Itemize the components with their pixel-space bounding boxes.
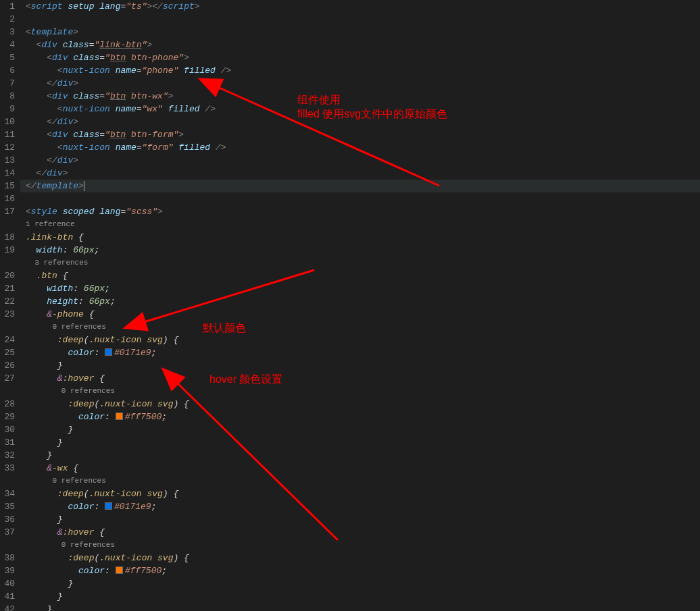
line-number: 27 <box>0 372 15 385</box>
text-cursor <box>84 181 84 191</box>
color-swatch-icon <box>116 413 123 420</box>
codelens-ref[interactable]: 0 references <box>20 385 700 398</box>
line-number: 33 <box>0 462 15 475</box>
line-number: 41 <box>0 590 15 603</box>
line-number: 14 <box>0 167 15 180</box>
line-number: 38 <box>0 552 15 564</box>
line-number: 31 <box>0 436 15 449</box>
line-number: 16 <box>0 192 15 205</box>
line-number: 26 <box>0 359 15 372</box>
line-number <box>0 385 15 398</box>
line-number: 1 <box>0 0 15 13</box>
line-number <box>0 539 15 552</box>
line-number: 13 <box>0 154 15 167</box>
line-number <box>0 475 15 487</box>
line-number: 37 <box>0 526 15 539</box>
color-swatch-icon <box>105 502 112 510</box>
code-editor[interactable]: 1234567891011121314151617181920212223242… <box>0 0 700 611</box>
line-number: 42 <box>0 603 15 611</box>
codelens-ref[interactable]: 0 references <box>20 475 700 487</box>
code-area[interactable]: <script setup lang="ts"></script> <templ… <box>20 0 700 611</box>
line-number: 32 <box>0 449 15 462</box>
line-number: 30 <box>0 423 15 436</box>
line-number: 15 <box>0 180 15 192</box>
line-number: 11 <box>0 128 15 141</box>
line-number: 6 <box>0 64 15 77</box>
line-number: 17 <box>0 205 15 218</box>
line-number: 2 <box>0 13 15 26</box>
color-swatch-icon <box>105 348 112 356</box>
line-number: 19 <box>0 244 15 257</box>
line-number: 23 <box>0 308 15 321</box>
line-number: 29 <box>0 410 15 423</box>
line-number: 21 <box>0 282 15 295</box>
line-number: 7 <box>0 77 15 90</box>
line-number-gutter: 1234567891011121314151617181920212223242… <box>0 0 20 611</box>
codelens-ref[interactable]: 3 references <box>20 257 700 269</box>
line-number: 3 <box>0 26 15 38</box>
line-number: 34 <box>0 487 15 500</box>
line-number: 9 <box>0 103 15 115</box>
line-number: 40 <box>0 577 15 590</box>
codelens-ref[interactable]: 1 reference <box>20 218 700 231</box>
line-number: 5 <box>0 51 15 64</box>
line-number: 10 <box>0 115 15 128</box>
color-swatch-icon <box>116 566 123 574</box>
line-number <box>0 321 15 334</box>
codelens-ref[interactable]: 0 references <box>20 539 700 552</box>
line-number: 12 <box>0 141 15 154</box>
line-number: 25 <box>0 346 15 359</box>
line-number <box>0 257 15 269</box>
line-number: 4 <box>0 38 15 51</box>
line-number: 28 <box>0 398 15 410</box>
line-number: 20 <box>0 269 15 282</box>
codelens-ref[interactable]: 0 references <box>20 321 700 334</box>
line-number: 24 <box>0 334 15 346</box>
line-number: 39 <box>0 564 15 577</box>
line-number <box>0 218 15 231</box>
line-number: 18 <box>0 231 15 244</box>
line-number: 22 <box>0 295 15 308</box>
line-number: 8 <box>0 90 15 103</box>
line-number: 36 <box>0 513 15 526</box>
line-number: 35 <box>0 500 15 513</box>
